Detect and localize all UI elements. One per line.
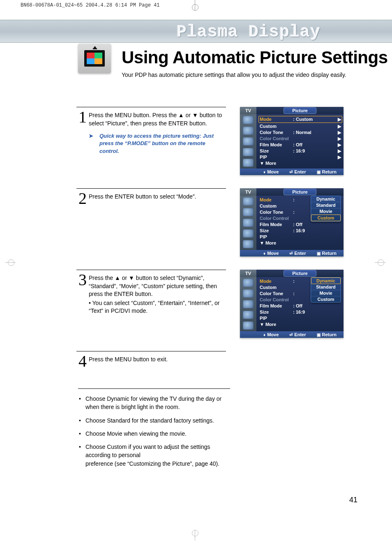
note-item: Choose Movie when viewing the movie.	[78, 430, 230, 438]
step-2: 2 Press the ENTER button to select “Mode…	[76, 188, 226, 250]
osd-row-pip: PIP▶	[260, 154, 341, 160]
step-text: Press the ▲ or ▼ button to select “Dynam…	[89, 274, 226, 298]
step-text: Press the MENU button to exit.	[89, 354, 168, 364]
step-tip: Quick way to access the picture setting:…	[89, 132, 226, 155]
mode-popup: Dynamic Standard Movie Custom	[311, 277, 341, 303]
channel-icon	[243, 148, 254, 156]
osd-row-filmmode: Film Mode:Off▶	[260, 142, 341, 148]
note-item: Choose Custom if you want to adjust the …	[78, 443, 230, 468]
crop-mark-bottom	[191, 528, 199, 541]
page-subtitle: Your PDP has automatic picture settings …	[122, 72, 346, 78]
crop-mark-left	[5, 258, 17, 266]
popup-dynamic: Dynamic	[311, 277, 341, 284]
step-number: 1	[76, 110, 89, 125]
note-item: Choose Dynamic for viewing the TV during…	[78, 395, 230, 411]
move-icon: ♦	[263, 170, 265, 174]
step-1: 1 Press the MENU button. Press the ▲ or …	[76, 107, 226, 169]
osd-row-mode: Mode: Custom▶	[258, 116, 342, 123]
osd-row-more: ▼ More	[260, 160, 341, 166]
enter-icon: ⏎	[289, 170, 293, 174]
osd-screenshot-1: TV Picture Mode: Custom▶ Custom▶	[240, 107, 344, 175]
step-number: 2	[76, 191, 89, 206]
input-icon	[243, 116, 254, 124]
picture-icon	[243, 127, 254, 135]
osd-sidebar	[240, 114, 256, 169]
step-text: Press the MENU button. Press the ▲ or ▼ …	[89, 111, 226, 127]
popup-standard: Standard	[311, 202, 341, 208]
step-text: Press the ENTER button to select “Mode”.	[89, 191, 196, 201]
arrow-right-icon: ▶	[337, 116, 341, 122]
step-number: 4	[76, 354, 89, 369]
step-4: 4 Press the MENU button to exit.	[76, 351, 226, 369]
osd-row-custom: Custom▶	[260, 123, 341, 129]
osd-footer: ♦Move ⏎Enter ▣Return	[240, 169, 344, 175]
popup-custom: Custom	[311, 215, 341, 221]
notes-list: Choose Dynamic for viewing the TV during…	[78, 388, 230, 468]
return-icon: ▣	[317, 170, 321, 174]
osd-tv-label: TV	[240, 107, 256, 114]
mode-popup: Dynamic Standard Movie Custom	[311, 196, 341, 222]
step-3: 3 Press the ▲ or ▼ button to select “Dyn…	[76, 270, 226, 331]
banner-title: Plasma Display	[177, 23, 321, 42]
sound-icon	[243, 137, 254, 146]
step-extra: • You can select “Custom”, “Entertain”, …	[89, 299, 226, 315]
crop-mark-top	[191, 0, 199, 12]
popup-custom: Custom	[311, 296, 341, 302]
osd-row-colortone: Color Tone:Normal▶	[260, 129, 341, 136]
osd-row-colorcontrol: Color Control▶	[260, 136, 341, 142]
popup-movie: Movie	[311, 290, 341, 296]
page-number: 41	[349, 496, 357, 504]
osd-screenshot-3: TV Picture Mode: Custom Color Tone: Colo…	[240, 270, 344, 338]
tv-icon	[78, 44, 111, 73]
popup-standard: Standard	[311, 284, 341, 290]
popup-movie: Movie	[311, 208, 341, 215]
osd-title: Picture	[284, 107, 316, 114]
osd-screenshot-2: TV Picture Mode: Custom Color Tone: Colo…	[240, 188, 344, 256]
crop-mark-right	[375, 258, 387, 266]
setup-icon	[243, 159, 254, 167]
print-header: BN68-00678A-01_024~65 2004.4.28 6:14 PM …	[21, 2, 159, 8]
osd-row-size: Size:16:9▶	[260, 148, 341, 154]
popup-dynamic: Dynamic	[311, 196, 341, 202]
page-title: Using Automatic Picture Settings	[122, 48, 388, 67]
step-number: 3	[76, 273, 89, 287]
note-item: Choose Standard for the standard factory…	[78, 416, 230, 425]
